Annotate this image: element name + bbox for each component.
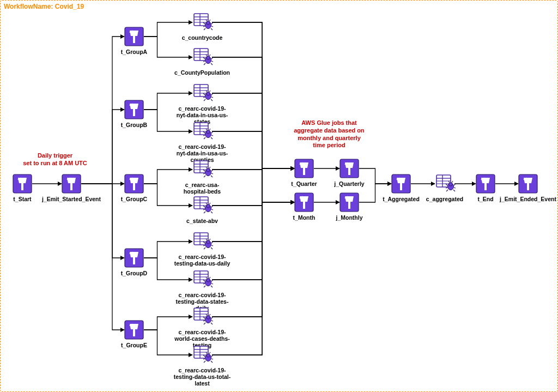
svg-point-196 (399, 178, 401, 179)
node-t_GroupA[interactable]: t_GroupA (99, 27, 169, 55)
svg-line-157 (204, 323, 205, 324)
svg-line-36 (203, 26, 205, 27)
svg-point-187 (300, 197, 301, 199)
svg-line-126 (203, 245, 205, 246)
svg-point-7 (71, 179, 73, 180)
trigger-icon (339, 192, 359, 212)
svg-line-128 (211, 242, 213, 243)
svg-line-162 (209, 314, 210, 316)
svg-line-160 (211, 323, 213, 324)
svg-line-38 (211, 22, 213, 24)
svg-line-144 (211, 284, 213, 284)
crawler-icon (192, 13, 212, 32)
svg-line-207 (446, 190, 448, 191)
node-c_world_cases[interactable]: c_rearc-covid-19-world-cases-deaths-test… (167, 307, 238, 348)
svg-line-67 (204, 99, 205, 101)
svg-line-70 (211, 99, 213, 101)
trigger-icon (339, 159, 359, 178)
svg-point-219 (526, 178, 527, 179)
svg-line-97 (204, 176, 205, 177)
node-c_state_abv[interactable]: c_state-abv (167, 196, 238, 224)
crawler-icon (192, 83, 212, 103)
svg-line-145 (211, 286, 213, 287)
workflow-canvas: WorkflowName: Covid_19 Daily triggerset … (0, 0, 558, 392)
svg-line-114 (211, 209, 213, 210)
node-c_rearc_hospital_beds[interactable]: c_rearc-usa-hospital-beds (167, 160, 238, 195)
node-j_Emit_Ended_Event[interactable]: j_Emit_Ended_Event (493, 174, 558, 202)
svg-point-22 (132, 252, 134, 254)
crawler-icon (192, 307, 212, 327)
svg-line-102 (209, 167, 210, 168)
svg-line-40 (211, 28, 213, 30)
crawler-icon (192, 345, 212, 365)
trigger-icon (294, 192, 314, 212)
svg-point-9 (130, 32, 131, 33)
svg-line-129 (211, 245, 213, 246)
svg-point-17 (130, 179, 131, 180)
crawler-icon (192, 160, 212, 179)
trigger-icon (124, 320, 144, 340)
svg-line-175 (211, 361, 213, 363)
svg-point-191 (345, 197, 347, 199)
annotation-aggregate-desc: AWS Glue jobs thataggregate data based o… (283, 119, 375, 149)
svg-point-27 (134, 325, 136, 327)
node-label: c_countrycode (169, 34, 235, 41)
node-c_testing_us_daily[interactable]: c_rearc-covid-19-testing-data-us-daily (167, 232, 238, 267)
svg-line-53 (211, 57, 213, 59)
node-t_GroupC[interactable]: t_GroupC (99, 174, 169, 202)
svg-line-72 (209, 91, 210, 92)
svg-point-220 (528, 179, 530, 180)
svg-line-55 (211, 63, 213, 65)
crawler-icon (192, 270, 212, 290)
node-c_testing_states_daily[interactable]: c_rearc-covid-19-testing-data-states-dai… (167, 270, 238, 311)
svg-point-64 (207, 92, 210, 95)
svg-line-132 (209, 239, 210, 240)
svg-line-172 (204, 361, 205, 363)
svg-line-141 (203, 284, 205, 284)
node-label: t_GroupD (101, 270, 167, 276)
node-label: t_GroupA (101, 49, 167, 55)
node-t_GroupE[interactable]: t_GroupE (99, 320, 169, 348)
svg-line-127 (204, 248, 205, 249)
svg-line-83 (211, 131, 213, 133)
svg-line-113 (211, 206, 213, 207)
svg-line-100 (211, 176, 213, 177)
svg-point-154 (207, 316, 210, 319)
svg-point-184 (347, 162, 349, 164)
node-c_rearc_nyt_counties[interactable]: c_rearc-covid-19-nyt-data-in-usa-us-coun… (167, 122, 238, 163)
svg-line-156 (203, 321, 205, 321)
svg-line-42 (209, 20, 210, 21)
node-t_GroupB[interactable]: t_GroupB (99, 100, 169, 128)
svg-line-112 (204, 212, 205, 213)
node-t_GroupD[interactable]: t_GroupD (99, 248, 169, 276)
svg-line-66 (203, 97, 205, 98)
svg-line-115 (211, 212, 213, 213)
svg-point-215 (483, 178, 485, 179)
svg-point-124 (207, 240, 210, 244)
node-c_rearc_nyt_states[interactable]: c_rearc-covid-19-nyt-data-in-usa-us-stat… (167, 83, 238, 125)
svg-line-143 (211, 280, 213, 281)
svg-point-3 (22, 179, 24, 180)
svg-point-2 (20, 178, 22, 179)
svg-line-84 (211, 135, 213, 136)
node-label: j_Emit_Started_Event (39, 196, 104, 202)
svg-point-34 (207, 21, 210, 25)
node-label: c_rearc-covid-19-testing-data-us-daily (169, 254, 235, 267)
node-label: j_Monthly (317, 214, 382, 221)
node-c_countrycode[interactable]: c_countrycode (167, 13, 238, 41)
svg-line-69 (211, 97, 213, 98)
svg-point-79 (207, 130, 210, 134)
svg-line-173 (211, 355, 213, 357)
node-label: c_state-abv (169, 218, 235, 224)
crawler-icon (192, 47, 212, 67)
node-label: j_Emit_Ended_Event (495, 196, 558, 202)
svg-line-171 (203, 359, 205, 359)
svg-point-216 (486, 179, 487, 180)
node-c_testing_total_latest[interactable]: c_rearc-covid-19-testing-data-us-total-l… (167, 345, 238, 387)
trigger-icon (124, 248, 144, 268)
node-label: t_GroupC (101, 196, 167, 202)
svg-line-52 (204, 63, 205, 65)
svg-line-39 (211, 26, 213, 27)
node-c_CountyPopulation[interactable]: c_CountyPopulation (167, 47, 238, 76)
node-j_Emit_Started_Event[interactable]: j_Emit_Started_Event (36, 174, 107, 202)
